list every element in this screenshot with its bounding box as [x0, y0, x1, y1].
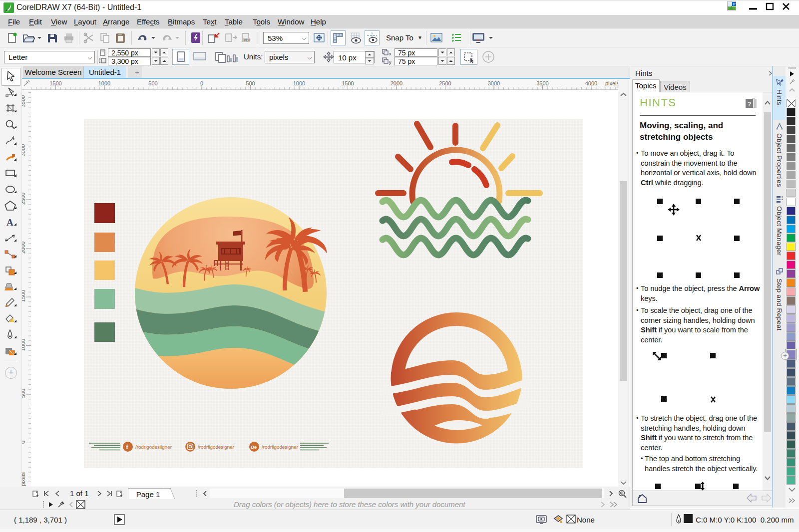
svg-text:/rodriigodesigner: /rodriigodesigner: [262, 444, 299, 450]
svg-text:/rodrigodesiigner: /rodrigodesiigner: [135, 444, 172, 450]
svg-text:A: A: [6, 217, 13, 228]
svg-text:x: x: [389, 51, 392, 56]
svg-text:/rodriigodesigner: /rodriigodesigner: [198, 444, 235, 450]
svg-text:f: f: [126, 443, 129, 451]
svg-text:P: P: [733, 2, 736, 6]
svg-text:Be: Be: [251, 444, 257, 450]
svg-text:y: y: [389, 60, 392, 65]
svg-text:?: ?: [748, 100, 752, 108]
svg-text:PDF: PDF: [244, 38, 251, 42]
